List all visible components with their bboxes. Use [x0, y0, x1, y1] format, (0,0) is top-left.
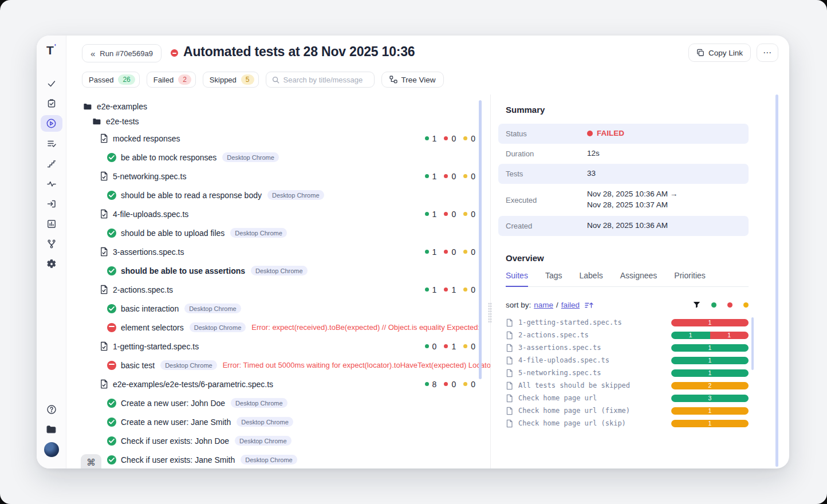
check-icon	[41, 75, 62, 92]
filter-chip-failed[interactable]: Failed2	[147, 72, 196, 88]
count-value: 0	[471, 342, 475, 351]
test-label: element selectors	[121, 323, 184, 332]
sidebar-item-bar-chart[interactable]	[37, 214, 66, 234]
suite-row[interactable]: Check home page url (fixme)1	[506, 404, 749, 417]
overview-title: Overview	[506, 253, 775, 263]
suites-scrollbar[interactable]	[751, 317, 754, 370]
suite-name: Check home page url (fixme)	[518, 407, 630, 415]
suite-row[interactable]: Check home page url (skip)1	[506, 417, 749, 430]
sort-by-name-link[interactable]: name	[534, 301, 553, 309]
test-row[interactable]: element selectorsDesktop ChromeError: ex…	[82, 318, 490, 337]
file-check-icon	[100, 247, 108, 257]
spec-file-row[interactable]: 3-assertions.spec.ts100	[82, 242, 490, 261]
red-count-dot	[444, 136, 448, 140]
tab-tags[interactable]: Tags	[545, 271, 562, 286]
legend-passed-dot[interactable]	[711, 302, 716, 308]
test-error-message: Error: expect(received).toBe(expected) /…	[251, 323, 490, 332]
test-row[interactable]: basic interactionDesktop Chrome	[82, 299, 490, 318]
file-label: 1-getting-started.spec.ts	[113, 342, 199, 351]
run-header: « Run #70e569a9 Automated tests at 28 No…	[66, 44, 789, 63]
spec-file-row[interactable]: 1-getting-started.spec.ts010	[82, 337, 490, 356]
test-row[interactable]: Check if user exists: John DoeDesktop Ch…	[82, 431, 490, 450]
sidebar-item-folder[interactable]	[37, 419, 66, 439]
filter-funnel-icon[interactable]	[693, 301, 700, 309]
test-row[interactable]: should be able to upload filesDesktop Ch…	[82, 223, 490, 242]
app-logo[interactable]: T'	[46, 44, 56, 61]
avatar	[44, 442, 59, 457]
browser-badge: Desktop Chrome	[231, 398, 288, 408]
yellow-count-dot	[463, 288, 467, 292]
test-passed-icon	[107, 191, 116, 200]
spec-file-row[interactable]: mocked responses100	[82, 129, 490, 148]
spec-file-row[interactable]: e2e-examples/e2e-tests/6-parametric.spec…	[82, 375, 490, 393]
sidebar-item-play-circle[interactable]	[37, 113, 66, 133]
tab-priorities[interactable]: Priorities	[674, 271, 705, 286]
tab-suites[interactable]: Suites	[506, 271, 528, 287]
search-input[interactable]	[283, 76, 368, 84]
back-to-run-button[interactable]: « Run #70e569a9	[82, 44, 162, 62]
clipboard-check-icon	[41, 95, 62, 112]
summary-table: StatusFAILEDDuration12sTests33ExecutedNo…	[498, 124, 749, 236]
command-shortcut-button[interactable]: ⌘	[81, 454, 101, 468]
suite-result-bar: 11	[671, 332, 749, 339]
search-box[interactable]	[266, 72, 375, 88]
test-row[interactable]: basic testDesktop ChromeError: Timed out…	[82, 356, 490, 375]
sidebar-item-list-check[interactable]	[37, 133, 66, 153]
tab-labels[interactable]: Labels	[580, 271, 603, 286]
yellow-count-dot	[463, 250, 467, 254]
tree-scrollbar[interactable]	[479, 100, 482, 379]
suite-row[interactable]: 5-networking.spec.ts1	[506, 367, 749, 379]
result-counts: 100	[425, 210, 475, 219]
suite-row[interactable]: 3-assertions.spec.ts1	[506, 341, 749, 354]
suite-row[interactable]: All tests should be skipped2	[506, 379, 749, 392]
result-counts: 010	[425, 342, 475, 351]
sidebar-item-git-branch[interactable]	[37, 234, 66, 254]
sidebar-item-check[interactable]	[37, 73, 66, 93]
sidebar-item-gear[interactable]	[37, 254, 66, 274]
more-actions-button[interactable]: ⋯	[757, 44, 778, 62]
test-row[interactable]: Create a new user: Jane SmithDesktop Chr…	[82, 412, 490, 431]
test-row[interactable]: should be able to use assertionsDesktop …	[82, 261, 490, 280]
test-row[interactable]: be able to mock responsesDesktop Chrome	[82, 148, 490, 167]
count-value: 0	[471, 380, 475, 389]
app-window: T' « Run #70e569a9 Automated tests at 28…	[37, 36, 789, 468]
filter-chip-skipped[interactable]: Skipped5	[203, 72, 259, 88]
suite-row[interactable]: 2-actions.spec.ts11	[506, 329, 749, 341]
spec-file-row[interactable]: 2-actions.spec.ts110	[82, 280, 490, 299]
folder-row[interactable]: e2e-examples	[82, 99, 490, 114]
tab-assignees[interactable]: Assignees	[620, 271, 657, 286]
sidebar-item-import[interactable]	[37, 194, 66, 214]
sidebar-item-activity[interactable]	[37, 174, 66, 194]
test-failed-icon	[107, 361, 116, 370]
file-check-icon	[100, 133, 108, 143]
suite-row[interactable]: 1-getting-started.spec.ts1	[506, 316, 749, 329]
copy-link-button[interactable]: Copy Link	[688, 44, 751, 62]
count-value: 0	[471, 285, 475, 294]
suite-row[interactable]: Check home page url3	[506, 392, 749, 404]
suite-row[interactable]: 4-file-uploads.spec.ts1	[506, 354, 749, 367]
sidebar-item-clipboard-check[interactable]	[37, 93, 66, 113]
folder-label: e2e-tests	[106, 117, 139, 126]
suite-name: All tests should be skipped	[518, 381, 630, 389]
legend-failed-dot[interactable]	[727, 302, 733, 308]
count-value: 1	[451, 342, 456, 351]
filter-chip-passed[interactable]: Passed26	[82, 72, 140, 88]
test-row[interactable]: should be able to read a response bodyDe…	[82, 186, 490, 204]
spec-file-row[interactable]: 5-networking.spec.ts100	[82, 167, 490, 186]
sidebar-item-steps[interactable]	[37, 153, 66, 174]
folder-row[interactable]: e2e-tests	[82, 114, 490, 129]
test-row[interactable]: Create a new user: John DoeDesktop Chrom…	[82, 393, 490, 412]
suite-name: 3-assertions.spec.ts	[518, 344, 601, 352]
count-value: 1	[451, 285, 456, 294]
test-row[interactable]: Check if user exists: Jane SmithDesktop …	[82, 450, 490, 468]
test-label: Check if user exists: John Doe	[121, 436, 229, 446]
bar-segment-failed: 1	[671, 319, 749, 326]
spec-file-row[interactable]: 4-file-uploads.spec.ts100	[82, 204, 490, 223]
summary-label: Status	[506, 129, 587, 138]
sidebar-item-help[interactable]	[37, 399, 66, 419]
legend-skipped-dot[interactable]	[743, 302, 749, 308]
sort-by-failed-link[interactable]: failed	[561, 301, 580, 309]
tree-view-button[interactable]: Tree View	[381, 72, 444, 88]
window-scrollbar[interactable]	[775, 94, 778, 467]
sidebar-item-avatar[interactable]	[37, 439, 66, 459]
